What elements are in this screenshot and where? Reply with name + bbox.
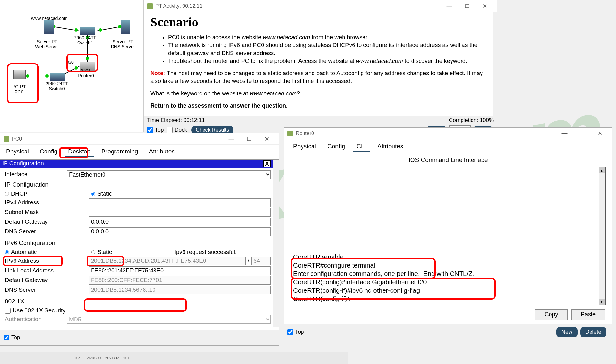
switch1-label: 2960-24TTSwitch1 — [71, 35, 100, 45]
ipv4-label: IPv4 Address — [2, 199, 89, 206]
web-server-icon[interactable] — [44, 20, 54, 34]
copy-button[interactable]: Copy — [535, 309, 567, 320]
close-icon[interactable]: ✕ — [258, 133, 276, 145]
svg-point-13 — [45, 74, 49, 78]
ipv6-config-heading: IPv6 Configuration — [2, 237, 271, 248]
gateway-input[interactable] — [89, 218, 271, 226]
highlight-router — [66, 54, 98, 72]
ip-config-heading: IP Configuration — [2, 180, 271, 190]
delete-button[interactable]: Delete — [580, 327, 606, 337]
tab-physical[interactable]: Physical — [289, 142, 320, 151]
scenario-heading: Scenario — [150, 15, 487, 30]
static6-radio[interactable] — [91, 250, 95, 254]
switch0-label: 2960-24TTSwitch0 — [42, 81, 71, 91]
close-icon[interactable]: ✕ — [476, 0, 494, 12]
top-checkbox[interactable] — [147, 127, 153, 133]
top-label: Top — [155, 127, 164, 133]
use-8021x-checkbox[interactable] — [5, 308, 11, 314]
highlight-static6 — [87, 256, 124, 266]
dns-input[interactable] — [89, 227, 271, 236]
highlight-automatic — [3, 256, 63, 266]
bullet-3: Troubleshoot the router and PC to fix th… — [168, 57, 487, 65]
interface-select[interactable]: FastEthernet0 — [67, 170, 271, 179]
close-icon[interactable]: ✕ — [591, 128, 609, 139]
highlight-desktop-tab — [59, 147, 88, 158]
subnet-label: Subnet Mask — [2, 209, 89, 216]
maximize-icon[interactable]: □ — [240, 133, 258, 145]
question-text: What is the keyword on the website at ww… — [150, 90, 487, 97]
router-bottombar: Top New Delete — [284, 324, 612, 340]
highlight-cli-config — [291, 278, 496, 300]
dns-server-label: Server-PTDNS Server — [107, 39, 139, 49]
dock-label: Dock — [174, 127, 187, 133]
tab-attributes[interactable]: Attributes — [373, 142, 407, 151]
ipv4-input[interactable] — [89, 198, 271, 207]
pta-title: PT Activity: 00:12:11 — [155, 3, 203, 9]
cli-heading: IOS Command Line Interface — [284, 154, 612, 165]
switch0-icon[interactable] — [50, 73, 65, 81]
switch1-icon[interactable] — [80, 27, 95, 35]
svg-point-6 — [75, 28, 78, 32]
minimize-icon[interactable]: — — [556, 128, 573, 139]
pc0-titlebar[interactable]: PC0 — □ ✕ — [0, 133, 279, 145]
tab-config[interactable]: Config — [323, 142, 349, 151]
ipv6-status: Ipv6 request successful. — [174, 249, 237, 256]
tab-attributes[interactable]: Attributes — [146, 147, 178, 156]
pt-icon — [287, 131, 293, 136]
cli-scrollbar[interactable]: ▴ ▾ — [599, 167, 605, 305]
ipv6-prefix-input[interactable] — [251, 257, 271, 265]
pc0-title: PC0 — [12, 136, 22, 142]
highlight-cli-top — [291, 258, 436, 279]
device-strip: 1841 2620XM 2621XM 2811 — [0, 352, 348, 364]
completion-label: Completion: 100% — [449, 117, 494, 123]
link-local-input[interactable] — [89, 266, 271, 275]
bullet-2: The network is running IPv6 and PC0 shou… — [168, 41, 487, 57]
highlight-dns6 — [84, 298, 187, 312]
dns-label: DNS Server — [2, 228, 89, 235]
highlight-pc0 — [7, 63, 39, 103]
web-server-label: Server-PTWeb Server — [33, 39, 62, 49]
minimize-icon[interactable]: — — [441, 0, 458, 12]
gateway-label: Default Gateway — [2, 219, 89, 225]
gateway6-input[interactable] — [89, 276, 271, 285]
svg-point-7 — [99, 28, 102, 32]
pt-icon — [147, 3, 153, 9]
note-text: Note: The host may need to be changed to… — [150, 69, 487, 85]
maximize-icon[interactable]: □ — [573, 128, 591, 139]
router0-window: Router0 — □ ✕ Physical Config CLI Attrib… — [284, 127, 612, 340]
dns6-input[interactable] — [89, 286, 271, 294]
auto-radio[interactable] — [5, 250, 9, 254]
dns6-label: DNS Server — [2, 287, 89, 293]
auth-select[interactable]: MD5 — [67, 315, 271, 324]
return-text: Return to the assessment to answer the q… — [150, 102, 487, 110]
ip-config-header: IP Configuration X — [0, 160, 273, 168]
static-radio[interactable] — [91, 192, 95, 196]
bullet-1: PC0 is unable to access the website www.… — [168, 34, 487, 41]
router-titlebar[interactable]: Router0 — □ ✕ — [284, 128, 612, 139]
dns-server-icon[interactable] — [121, 20, 130, 34]
minimize-icon[interactable]: — — [223, 133, 240, 145]
tab-physical[interactable]: Physical — [3, 147, 32, 156]
paste-button[interactable]: Paste — [571, 309, 605, 320]
pc0-bottombar: Top — [0, 330, 279, 345]
topology-canvas[interactable]: www.netacad.com Server-PTWeb Server 2960… — [0, 0, 144, 132]
router-title: Router0 — [296, 131, 314, 136]
top-checkbox[interactable] — [4, 335, 9, 340]
pta-titlebar[interactable]: PT Activity: 00:12:11 — □ ✕ — [144, 0, 497, 12]
new-button[interactable]: New — [556, 327, 578, 337]
gateway6-label: Default Gateway — [2, 277, 89, 284]
tab-config[interactable]: Config — [36, 147, 61, 156]
maximize-icon[interactable]: □ — [458, 0, 476, 12]
interface-label: Interface — [2, 171, 67, 178]
close-panel-icon[interactable]: X — [263, 160, 271, 167]
subnet-input[interactable] — [89, 208, 271, 217]
auth-label: Authentication — [2, 316, 67, 323]
dock-checkbox[interactable] — [167, 127, 173, 133]
top-checkbox[interactable] — [287, 329, 293, 335]
dhcp-radio[interactable] — [5, 192, 9, 196]
tab-cli[interactable]: CLI — [353, 142, 370, 152]
pt-icon — [4, 136, 9, 142]
pt-activity-window: PT Activity: 00:12:11 — □ ✕ Scenario PC0… — [144, 0, 497, 132]
time-elapsed: Time Elapsed: 00:12:11 — [147, 117, 205, 123]
tab-programming[interactable]: Programming — [98, 147, 141, 156]
